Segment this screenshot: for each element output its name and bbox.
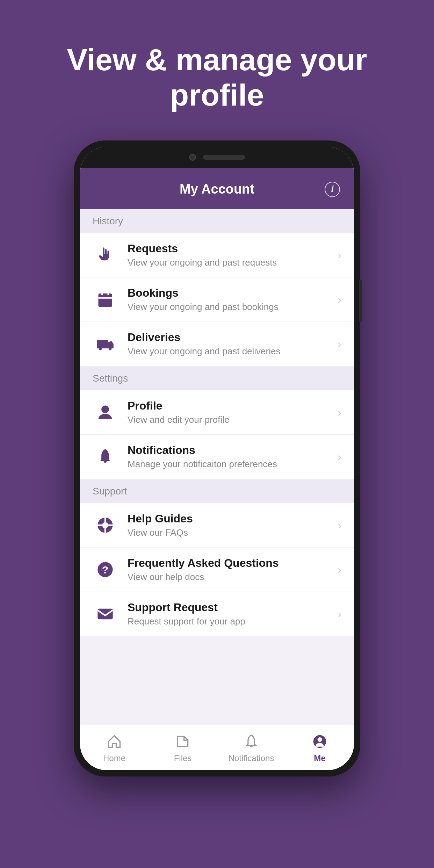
phone-top-bar <box>80 147 354 168</box>
notifications-nav-icon <box>242 732 260 751</box>
deliveries-chevron: › <box>338 338 341 350</box>
support-section: Help Guides View our FAQs › ? <box>80 503 354 636</box>
requests-subtitle: View your ongoing and past requests <box>128 257 332 268</box>
bookings-subtitle: View your ongoing and past bookings <box>128 302 332 312</box>
svg-text:?: ? <box>102 564 109 576</box>
profile-subtitle: View and edit your profile <box>128 414 332 425</box>
hero-title: View & manage your profile <box>0 42 434 113</box>
me-nav-label: Me <box>314 753 325 763</box>
envelope-icon <box>93 601 118 627</box>
notifications-text: Notifications Manage your notificaiton p… <box>128 444 332 470</box>
faq-title: Frequently Asked Questions <box>128 557 332 570</box>
svg-point-7 <box>101 406 109 413</box>
files-nav-label: Files <box>174 753 192 763</box>
faq-text: Frequently Asked Questions View our help… <box>128 557 332 583</box>
help-guides-title: Help Guides <box>128 512 332 525</box>
requests-title: Requests <box>128 242 332 255</box>
support-request-title: Support Request <box>128 601 332 614</box>
home-nav-icon <box>105 732 123 751</box>
profile-chevron: › <box>338 406 341 419</box>
bookings-text: Bookings View your ongoing and past book… <box>128 287 332 312</box>
calendar-icon <box>93 287 118 312</box>
svg-point-6 <box>109 347 112 350</box>
list-item-deliveries[interactable]: Deliveries View your ongoing and past de… <box>80 322 354 366</box>
requests-chevron: › <box>338 249 341 262</box>
faq-subtitle: View our help docs <box>128 572 332 583</box>
support-request-subtitle: Request support for your app <box>128 616 332 627</box>
svg-rect-12 <box>97 609 113 619</box>
section-header-history: History <box>80 209 354 233</box>
nav-item-files[interactable]: Files <box>149 725 217 770</box>
bookings-chevron: › <box>338 293 341 306</box>
section-header-settings: Settings <box>80 367 354 390</box>
svg-rect-0 <box>99 294 112 307</box>
faq-chevron: › <box>338 563 341 576</box>
nav-item-me[interactable]: Me <box>285 725 354 770</box>
notifications-subtitle: Manage your notificaiton preferences <box>128 459 332 470</box>
deliveries-subtitle: View your ongoing and past deliveries <box>128 346 332 357</box>
support-request-chevron: › <box>338 608 341 621</box>
me-nav-icon <box>311 732 329 751</box>
app-header: My Account i <box>80 168 354 209</box>
camera <box>189 154 196 161</box>
svg-rect-4 <box>97 340 108 349</box>
files-nav-icon <box>174 732 192 751</box>
requests-text: Requests View your ongoing and past requ… <box>128 242 332 268</box>
truck-icon <box>93 331 118 356</box>
help-guides-text: Help Guides View our FAQs <box>128 512 332 538</box>
bottom-nav: Home Files <box>80 725 354 770</box>
nav-item-home[interactable]: Home <box>80 725 149 770</box>
list-item-notifications[interactable]: Notifications Manage your notificaiton p… <box>80 435 354 479</box>
hand-icon <box>93 243 118 268</box>
list-item-faq[interactable]: ? Frequently Asked Questions View our he… <box>80 548 354 592</box>
list-item-help-guides[interactable]: Help Guides View our FAQs › <box>80 503 354 548</box>
profile-text: Profile View and edit your profile <box>128 399 332 425</box>
list-area: History Requests View your ongoing and p… <box>80 209 354 725</box>
deliveries-text: Deliveries View your ongoing and past de… <box>128 331 332 357</box>
svg-point-14 <box>318 737 322 742</box>
settings-section: Profile View and edit your profile › <box>80 390 354 479</box>
lifebuoy-icon <box>93 513 118 538</box>
info-button[interactable]: i <box>325 182 340 197</box>
list-item-profile[interactable]: Profile View and edit your profile › <box>80 390 354 435</box>
history-section: Requests View your ongoing and past requ… <box>80 233 354 366</box>
list-item-requests[interactable]: Requests View your ongoing and past requ… <box>80 233 354 277</box>
notifications-nav-label: Notifications <box>229 753 274 763</box>
help-guides-subtitle: View our FAQs <box>128 527 332 538</box>
deliveries-title: Deliveries <box>128 331 332 344</box>
notifications-title: Notifications <box>128 444 332 457</box>
nav-item-notifications-bottom[interactable]: Notifications <box>217 725 285 770</box>
bell-icon <box>93 444 118 469</box>
app-content: My Account i History <box>80 168 354 770</box>
svg-point-5 <box>99 347 102 350</box>
home-nav-label: Home <box>103 753 125 763</box>
bookings-title: Bookings <box>128 287 332 299</box>
person-icon <box>93 400 118 425</box>
list-item-support-request[interactable]: Support Request Request support for your… <box>80 592 354 636</box>
help-guides-chevron: › <box>338 519 341 532</box>
question-icon: ? <box>93 557 118 582</box>
section-header-support: Support <box>80 479 354 503</box>
profile-title: Profile <box>128 399 332 412</box>
phone-frame: My Account i History <box>74 140 360 776</box>
phone-screen: My Account i History <box>80 147 354 770</box>
svg-point-9 <box>102 522 108 528</box>
support-request-text: Support Request Request support for your… <box>128 601 332 627</box>
speaker <box>203 155 245 160</box>
app-header-title: My Account <box>180 182 254 197</box>
notifications-chevron: › <box>338 450 341 463</box>
side-button <box>359 280 362 322</box>
list-item-bookings[interactable]: Bookings View your ongoing and past book… <box>80 277 354 322</box>
